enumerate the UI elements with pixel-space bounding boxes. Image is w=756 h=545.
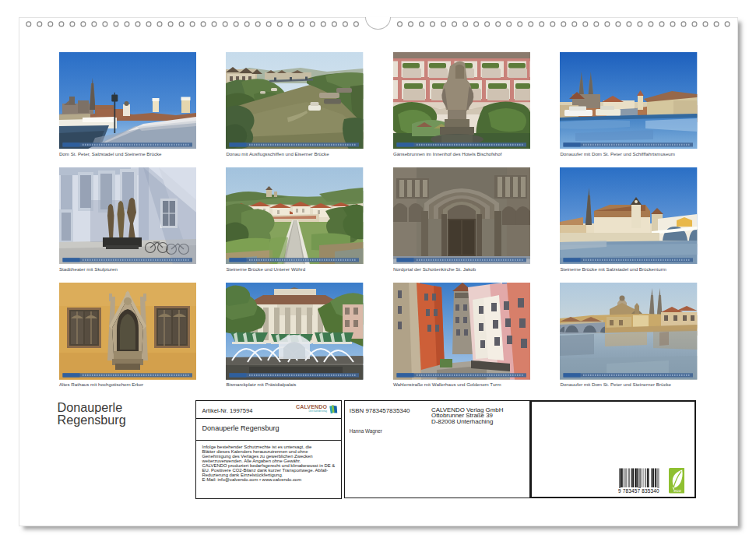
svg-text:eco: eco	[673, 488, 680, 493]
